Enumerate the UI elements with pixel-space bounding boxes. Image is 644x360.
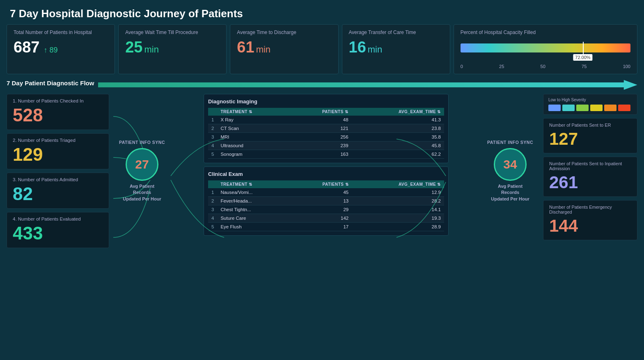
severity-swatch [590,105,603,111]
kpi-avg-discharge-value: 61 [237,39,254,56]
flow-body: 1. Number of Patients Checked In 528 2. … [7,94,637,248]
flow-section: 7 Day Patient Diagnostic Flow 1. Number … [0,79,644,248]
stat-checked-in-value: 528 [13,105,103,125]
right-stat-discharged-label: Number of Patients Emergency Discharged [549,205,631,214]
flow-title: 7 Day Patient Diagnostic Flow [7,80,94,87]
kpi-avg-wait-label: Average Wait Time Till Procedure [125,30,220,35]
kpi-total-patients-delta: ↑ 89 [44,46,57,55]
severity-legend-label: Low to High Severity [548,98,632,102]
th-num1 [208,108,217,116]
diagnostic-imaging-table: TREATMENT ⇅ PATIENTS ⇅ AVG_EXAM_TIME ⇅ 1… [208,108,444,159]
flow-arrow [98,79,637,91]
table-row: 4Suture Care14219.3 [208,214,444,223]
kpi-avg-wait-unit: min [144,44,158,55]
clinical-exam-table: TREATMENT ⇅ PATIENTS ⇅ AVG_EXAM_TIME ⇅ 1… [208,180,444,231]
stat-triaged-label: 2. Number of Patients Triaged [13,138,103,143]
severity-swatch [548,105,561,111]
stat-evaluated-value: 433 [13,223,103,244]
left-stats: 1. Number of Patients Checked In 528 2. … [7,94,109,248]
table-row: 4Ultrasound23945.8 [208,141,444,150]
table-row: 3Chest Tightn...2914.1 [208,205,444,214]
severity-legend-card: Low to High Severity [543,94,637,115]
kpi-avg-discharge-unit: min [256,44,270,55]
kpi-avg-discharge-label: Average Time to Discharge [237,30,331,35]
kpi-avg-discharge: Average Time to Discharge 61 min [230,24,338,74]
patient-info-sync-left-label: PATIENT INFO SYNC [119,140,165,145]
right-stat-inpatient-label: Number of Patients Sent to Inpatient Adm… [549,161,631,171]
right-stat-inpatient: Number of Patients Sent to Inpatient Adm… [543,157,637,197]
severity-swatch [562,105,575,111]
kpi-total-patients-label: Total Number of Patients in Hospital [14,30,108,35]
page-title: 7 Day Hospital Diagnostic Journey of Pat… [0,0,644,24]
table-row: 1X Ray4841.3 [208,116,444,124]
stat-admitted-value: 82 [13,184,103,204]
table-row: 2CT Scan12123.8 [208,124,444,133]
sync-left-label: Avg Patient RecordsUpdated Per Hour [121,183,163,202]
th-treatment2: TREATMENT ⇅ [217,180,290,188]
kpi-total-patients-value: 687 [14,39,39,56]
center-wrapper: PATIENT INFO SYNC 27 Avg Patient Records… [113,94,539,248]
stat-admitted: 3. Number of Patients Admitted 82 [7,173,109,209]
stat-triaged-value: 129 [13,144,103,165]
right-stat-er-label: Number of Patients Sent to ER [549,123,631,128]
clinical-exam-title: Clinical Exam [208,171,444,177]
severity-swatches [548,105,632,111]
th-avgtime1: AVG_EXAM_TIME ⇅ [352,108,444,116]
kpi-total-patients: Total Number of Patients in Hospital 687… [7,24,115,74]
tables-center: Diagnostic Imaging TREATMENT ⇅ PATIENTS … [204,94,449,248]
capacity-tooltip: 72.00% [573,54,592,61]
right-stats: Low to High Severity Number of Patients … [543,94,637,248]
stat-evaluated-label: 4. Number of Patients Evaluated [13,216,103,221]
th-treatment1: TREATMENT ⇅ [217,108,289,116]
right-stat-discharged: Number of Patients Emergency Discharged … [543,200,637,240]
capacity-bar: 72.00% [461,43,630,52]
th-num2 [208,180,217,188]
kpi-capacity-label: Percent of Hospital Capacity Filled [461,30,630,35]
th-patients2: PATIENTS ⇅ [290,180,352,188]
clinical-exam-card: Clinical Exam TREATMENT ⇅ PATIENTS ⇅ AVG… [204,166,449,236]
table-row: 2Fever/Heada...1328.2 [208,197,444,205]
th-avgtime2: AVG_EXAM_TIME ⇅ [352,180,444,188]
kpi-avg-wait-value: 25 [125,39,142,56]
sync-left-circle: 27 [126,148,158,181]
right-stat-er: Number of Patients Sent to ER 127 [543,118,637,153]
table-row: 5Eye Flush1728.9 [208,223,444,231]
stat-checked-in-label: 1. Number of Patients Checked In [13,98,103,103]
diagnostic-imaging-title: Diagnostic Imaging [208,98,444,105]
sync-right-container: PATIENT INFO SYNC 34 Avg Patient Records… [481,94,539,248]
table-row: 5Sonogram16362.2 [208,150,444,159]
severity-swatch [576,105,589,111]
severity-swatch [618,105,630,111]
severity-swatch [604,105,616,111]
capacity-ticks: 0 25 50 75 100 [461,64,630,69]
right-stat-inpatient-value: 261 [549,173,631,192]
table-row: 1Nausea/Vomi...4512.9 [208,188,444,197]
kpi-avg-transfer-value: 16 [349,39,366,56]
stat-checked-in: 1. Number of Patients Checked In 528 [7,94,109,130]
capacity-marker [583,42,584,54]
kpi-avg-transfer-label: Average Transfer of Care Time [349,30,443,35]
svg-marker-0 [98,80,637,90]
patient-info-sync-right-label: PATIENT INFO SYNC [487,140,533,145]
sync-right-label: Avg Patient RecordsUpdated Per Hour [490,183,531,202]
sync-left-container: PATIENT INFO SYNC 27 Avg Patient Records… [113,94,171,248]
right-stat-er-value: 127 [549,129,631,149]
stat-triaged: 2. Number of Patients Triaged 129 [7,133,109,169]
diagnostic-imaging-card: Diagnostic Imaging TREATMENT ⇅ PATIENTS … [204,94,449,163]
kpi-avg-wait: Average Wait Time Till Procedure 25 min [118,24,227,74]
stat-admitted-label: 3. Number of Patients Admitted [13,177,103,182]
sync-right-circle: 34 [494,148,527,181]
table-row: 3MRI25635.8 [208,133,444,141]
right-stat-discharged-value: 144 [549,216,631,236]
kpi-avg-transfer: Average Transfer of Care Time 16 min [342,24,450,74]
th-patients1: PATIENTS ⇅ [290,108,352,116]
kpi-avg-transfer-unit: min [368,44,382,55]
stat-evaluated: 4. Number of Patients Evaluated 433 [7,212,109,248]
kpi-capacity: Percent of Hospital Capacity Filled 72.0… [454,24,637,74]
kpi-bar: Total Number of Patients in Hospital 687… [0,24,644,74]
